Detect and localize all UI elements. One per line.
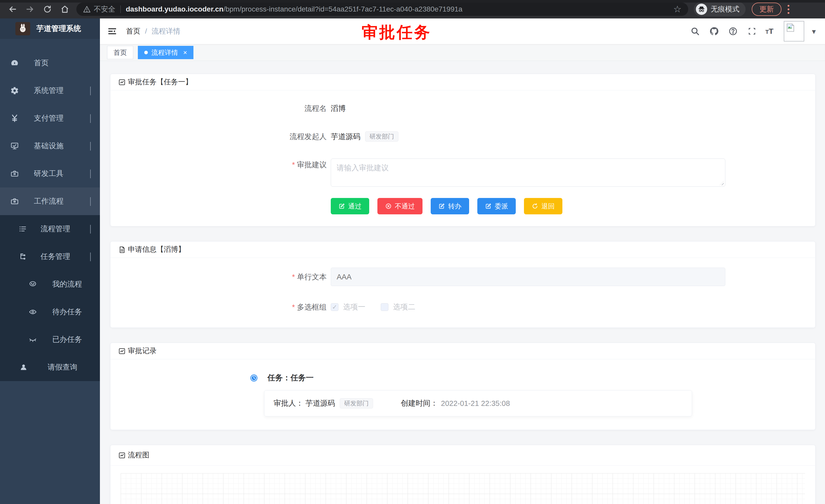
user-icon — [19, 363, 33, 371]
sidebar-item-my-process[interactable]: 我的流程 — [0, 270, 100, 298]
card-header: 申请信息【滔博】 — [110, 242, 815, 258]
field-label: 流程发起人 — [121, 131, 331, 143]
panel-icon — [118, 347, 126, 355]
checkbox-unchecked-icon — [381, 303, 388, 311]
url-host: dashboard.yudao.iocoder.cn — [126, 5, 223, 13]
broken-image-icon — [785, 22, 796, 33]
reject-button[interactable]: 不通过 — [377, 198, 423, 215]
font-size-icon[interactable]: TT — [765, 27, 773, 35]
sidebar-item-label: 系统管理 — [34, 86, 64, 96]
checkbox-option-2[interactable]: 选项二 — [381, 302, 415, 312]
breadcrumb-current: 流程详情 — [152, 26, 180, 36]
button-label: 退回 — [541, 202, 555, 211]
return-button[interactable]: 退回 — [524, 198, 562, 215]
timeline-item: 任务：任务一 — [250, 372, 805, 383]
sidebar-item-label: 我的流程 — [52, 279, 82, 289]
close-tab-icon[interactable]: × — [183, 49, 187, 57]
approve-button[interactable]: 通过 — [331, 198, 369, 215]
forward-icon[interactable] — [25, 4, 35, 14]
checkbox-label: 选项二 — [393, 302, 415, 312]
sidebar-item-process-mgmt[interactable]: 流程管理 — [0, 215, 100, 243]
bpmn-canvas[interactable] — [121, 473, 805, 504]
browser-menu-icon[interactable] — [788, 5, 790, 14]
active-dot — [144, 51, 148, 54]
transfer-button[interactable]: 转办 — [431, 198, 469, 215]
field-label: 流程名 — [121, 102, 331, 114]
url-path: /bpm/process-instance/detail?id=54aa251f… — [223, 5, 462, 13]
gear-icon — [10, 86, 23, 95]
panel-icon — [118, 78, 126, 86]
single-text-row: 单行文本 — [121, 268, 805, 286]
incognito-icon — [696, 4, 707, 15]
github-icon[interactable] — [708, 26, 720, 37]
eye-icon — [29, 308, 42, 316]
back-icon[interactable] — [8, 4, 17, 14]
sidebar-item-payment[interactable]: 支付管理 — [0, 104, 100, 132]
dept-tag: 研发部门 — [340, 398, 373, 409]
sidebar-item-devtools[interactable]: 研发工具 — [0, 160, 100, 187]
task-title: 任务：任务一 — [268, 372, 314, 383]
panel-icon — [118, 451, 126, 459]
browser-toolbar: 不安全 dashboard.yudao.iocoder.cn/bpm/proce… — [0, 0, 825, 18]
eye-closed-icon — [29, 335, 42, 344]
edit-icon — [438, 203, 445, 209]
sidebar-item-label: 流程管理 — [41, 224, 70, 234]
avatar[interactable] — [784, 21, 804, 41]
sidebar-item-todo-tasks[interactable]: 待办任务 — [0, 298, 100, 326]
bookmark-star-icon[interactable]: ☆ — [673, 4, 681, 15]
sidebar-item-workflow[interactable]: 工作流程 — [0, 187, 100, 215]
breadcrumb-home[interactable]: 首页 — [126, 26, 140, 36]
document-icon — [118, 246, 126, 254]
time-value: 2022-01-21 22:35:08 — [441, 399, 510, 408]
sidebar-item-leave-query[interactable]: 请假查询 — [0, 353, 100, 381]
sidebar-item-label: 基础设施 — [34, 141, 64, 151]
tab-home[interactable]: 首页 — [107, 46, 133, 59]
chevron-up-icon — [90, 253, 91, 261]
button-label: 不通过 — [395, 202, 415, 211]
toolbox-icon — [10, 169, 23, 178]
sidebar-item-system[interactable]: 系统管理 — [0, 77, 100, 104]
avatar-caret-icon[interactable]: ▾ — [812, 27, 816, 36]
sidebar-item-infra[interactable]: 基础设施 — [0, 132, 100, 160]
sidebar-item-label: 已办任务 — [52, 334, 82, 345]
time-label: 创建时间： — [401, 398, 438, 409]
search-icon[interactable] — [689, 26, 701, 37]
approval-task-card: 审批任务【任务一】 流程名 滔博 流程发起人 芋道源码 研发部门 — [110, 74, 816, 226]
card-header: 审批记录 — [110, 343, 815, 359]
undo-icon — [532, 203, 538, 209]
sidebar-item-task-mgmt[interactable]: 任务管理 — [0, 243, 100, 270]
browser-update-button[interactable]: 更新 — [752, 3, 781, 16]
sidebar-item-label: 任务管理 — [41, 251, 70, 262]
single-text-input[interactable] — [331, 268, 725, 286]
approval-record-card: 审批记录 任务：任务一 审批人：芋道源码 研发部门 创建时间： 2022-01-… — [110, 343, 816, 430]
sidebar-item-label: 首页 — [34, 58, 49, 68]
checkbox-option-1[interactable]: ✓ 选项一 — [331, 302, 365, 312]
incognito-label: 无痕模式 — [711, 4, 739, 14]
fold-sidebar-icon[interactable] — [106, 26, 118, 37]
clock-icon — [250, 374, 258, 382]
monitor-icon — [10, 142, 23, 150]
tab-label: 首页 — [114, 48, 127, 57]
card-title: 流程图 — [128, 450, 149, 460]
reload-icon[interactable] — [43, 4, 52, 14]
sidebar-item-done-tasks[interactable]: 已办任务 — [0, 326, 100, 353]
url-bar[interactable]: 不安全 dashboard.yudao.iocoder.cn/bpm/proce… — [76, 3, 688, 16]
approval-buttons: 通过 不通过 转办 委派 — [331, 198, 805, 215]
home-icon[interactable] — [60, 4, 70, 14]
sidebar: 芋道管理系统 首页 系统管理 支付管理 — [0, 18, 100, 504]
approver-label: 审批人： — [274, 398, 303, 409]
app-logo-row[interactable]: 芋道管理系统 — [0, 18, 100, 39]
chevron-up-icon — [90, 197, 91, 205]
opinion-textarea[interactable] — [331, 159, 725, 187]
list-icon — [18, 225, 32, 233]
tab-process-detail[interactable]: 流程详情 × — [138, 46, 194, 59]
button-label: 委派 — [495, 202, 508, 211]
initiator-value: 芋道源码 — [331, 131, 361, 143]
delegate-button[interactable]: 委派 — [477, 198, 516, 215]
sidebar-item-label: 工作流程 — [34, 196, 64, 206]
fullscreen-icon[interactable] — [746, 26, 758, 37]
warning-icon — [83, 5, 91, 13]
button-label: 通过 — [348, 202, 362, 211]
help-icon[interactable] — [727, 26, 739, 37]
sidebar-item-home[interactable]: 首页 — [0, 49, 100, 77]
